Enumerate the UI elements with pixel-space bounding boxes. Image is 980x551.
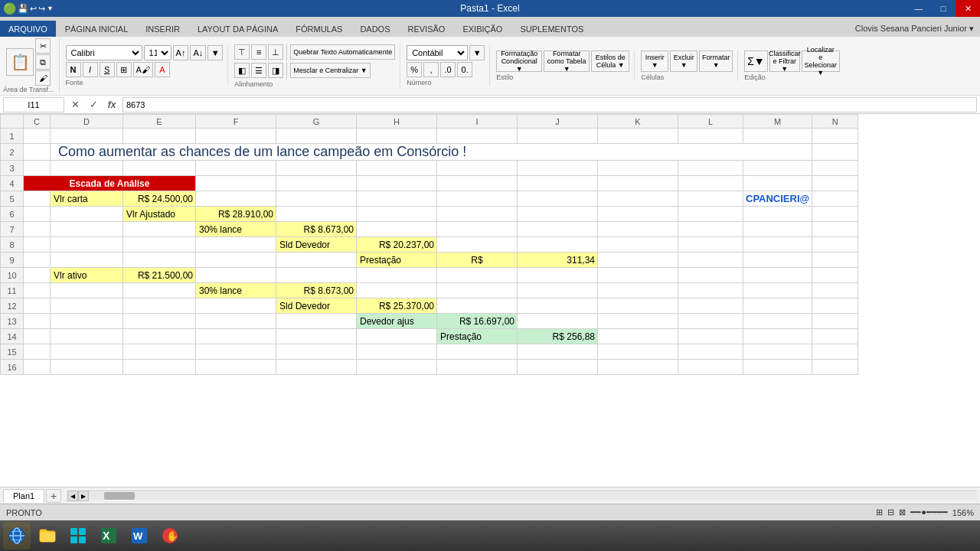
cell-k3[interactable] [598,161,678,176]
cell-j14[interactable]: R$ 256,88 [518,329,598,344]
cell-f1[interactable] [196,129,276,144]
percent-button[interactable]: % [407,62,422,77]
tab-formulas[interactable]: FÓRMULAS [287,21,351,37]
cell-g8[interactable]: Sld Devedor [276,237,357,253]
cell-i9[interactable]: R$ [437,253,518,268]
tab-layout[interactable]: LAYOUT DA PÁGINA [189,21,286,37]
cell-j3[interactable] [518,161,598,176]
align-center-button[interactable]: ☰ [251,63,266,78]
cell-j11[interactable] [518,283,598,298]
cell-k6[interactable] [598,207,678,222]
cell-h14[interactable] [357,329,437,344]
cell-i6[interactable] [437,207,518,222]
cell-e11[interactable] [123,283,196,298]
cell-e3[interactable] [123,161,196,176]
cell-c3[interactable] [24,161,51,176]
cell-m5[interactable]: CPANCIERI@ [743,191,812,207]
cell-f7[interactable]: 30% lance [196,222,276,237]
col-header-g[interactable]: G [276,115,357,129]
taskbar-windows-icon[interactable] [64,522,92,549]
cell-f4[interactable] [196,176,276,191]
view-layout-icon[interactable]: ⊟ [887,507,894,517]
confirm-formula-button[interactable]: ✓ [86,97,101,112]
cell-d11[interactable] [51,283,123,298]
cell-d16[interactable] [51,360,123,375]
save-icon[interactable]: 💾 [18,4,28,14]
cell-g4[interactable] [276,176,357,191]
cell-e14[interactable] [123,329,196,344]
cell-n15[interactable] [812,344,858,360]
cell-h6[interactable] [357,207,437,222]
cell-m12[interactable] [743,298,812,314]
cell-j5[interactable] [518,191,598,207]
cell-g12[interactable]: Sld Devedor [276,298,357,314]
align-left-button[interactable]: ◧ [234,63,250,78]
cell-c15[interactable] [24,344,51,360]
cell-j8[interactable] [518,237,598,253]
cell-e7[interactable] [123,222,196,237]
scroll-thumb[interactable] [104,492,135,500]
format-as-table-button[interactable]: Formatar como Tabela ▼ [544,51,590,72]
cell-l1[interactable] [678,129,743,144]
cell-d14[interactable] [51,329,123,344]
cell-styles-button[interactable]: Estilos de Célula ▼ [591,51,629,72]
view-normal-icon[interactable]: ⊞ [876,507,883,517]
close-button[interactable]: ✕ [956,0,980,17]
cell-m6[interactable] [743,207,812,222]
cell-j4[interactable] [518,176,598,191]
cell-i3[interactable] [437,161,518,176]
cell-f15[interactable] [196,344,276,360]
cell-k14[interactable] [598,329,678,344]
col-header-n[interactable]: N [812,115,858,129]
cell-d15[interactable] [51,344,123,360]
row-header-10[interactable]: 10 [1,268,24,283]
view-page-break-icon[interactable]: ⊠ [899,507,906,517]
insert-cells-button[interactable]: Inserir ▼ [641,51,668,72]
cell-n12[interactable] [812,298,858,314]
cell-h12[interactable]: R$ 25.370,00 [357,298,437,314]
row-header-4[interactable]: 4 [1,176,24,191]
cell-c14[interactable] [24,329,51,344]
cell-m11[interactable] [743,283,812,298]
cell-g10[interactable] [276,268,357,283]
cell-l14[interactable] [678,329,743,344]
cell-i5[interactable] [437,191,518,207]
align-top-button[interactable]: ⊤ [234,44,250,60]
cell-d6[interactable] [51,207,123,222]
cell-h1[interactable] [357,129,437,144]
cell-n13[interactable] [812,314,858,329]
font-color-button[interactable]: A [155,62,170,77]
cell-d13[interactable] [51,314,123,329]
cell-j15[interactable] [518,344,598,360]
row-header-12[interactable]: 12 [1,298,24,314]
cell-i7[interactable] [437,222,518,237]
cell-m7[interactable] [743,222,812,237]
cell-c12[interactable] [24,298,51,314]
cell-l4[interactable] [678,176,743,191]
row-header-5[interactable]: 5 [1,191,24,207]
cell-c9[interactable] [24,253,51,268]
cell-h7[interactable] [357,222,437,237]
row-header-13[interactable]: 13 [1,314,24,329]
cell-j1[interactable] [518,129,598,144]
cell-i15[interactable] [437,344,518,360]
col-header-c[interactable]: C [24,115,51,129]
cell-k1[interactable] [598,129,678,144]
cell-l16[interactable] [678,360,743,375]
tab-exibicao[interactable]: EXIBIÇÃO [454,21,511,37]
cell-d8[interactable] [51,237,123,253]
autosum-button[interactable]: Σ▼ [744,51,768,72]
cell-l10[interactable] [678,268,743,283]
zoom-slider[interactable]: ━━●━━━━ [910,507,948,517]
number-format-dropdown[interactable]: ▼ [469,45,485,60]
cut-button[interactable]: ✂ [35,38,51,54]
cell-c11[interactable] [24,283,51,298]
formula-input[interactable]: 8673 [122,97,977,112]
cell-d3[interactable] [51,161,123,176]
cell-l5[interactable] [678,191,743,207]
cell-i11[interactable] [437,283,518,298]
cell-l12[interactable] [678,298,743,314]
cell-e8[interactable] [123,237,196,253]
zoom-level[interactable]: 156% [952,508,974,517]
cell-k8[interactable] [598,237,678,253]
